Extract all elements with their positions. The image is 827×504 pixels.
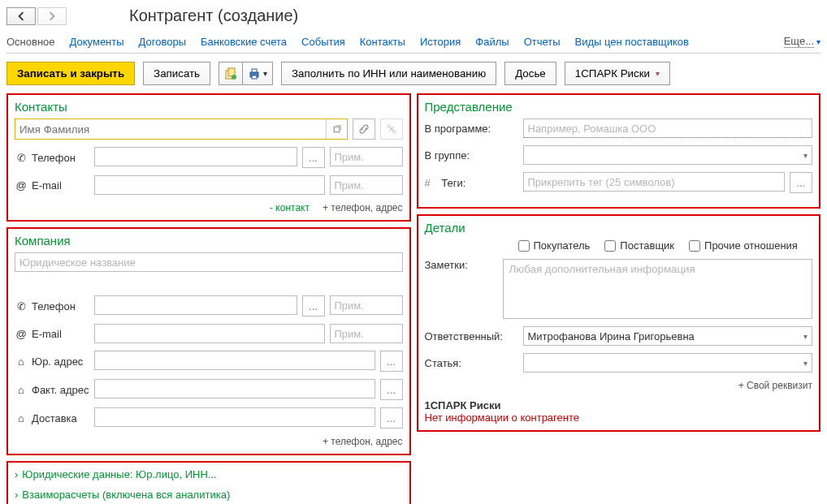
buyer-checkbox[interactable]: Покупатель bbox=[518, 239, 591, 252]
other-checkbox[interactable]: Прочие отношения bbox=[689, 239, 798, 252]
settlements-expander[interactable]: ›Взаиморасчеты (включена вся аналитика) bbox=[11, 485, 406, 504]
nav-back-button[interactable] bbox=[6, 7, 36, 25]
details-panel: Детали Покупатель Поставщик Прочие отнош… bbox=[417, 214, 821, 432]
add-phone-addr-link[interactable]: + телефон, адрес bbox=[323, 202, 403, 213]
tags-input[interactable] bbox=[523, 172, 786, 192]
company-panel: Компания ✆Телефон ... @E-mail bbox=[6, 227, 411, 455]
page-title: Контрагент (создание) bbox=[129, 6, 298, 25]
legal-addr-input[interactable] bbox=[94, 351, 375, 370]
remove-contact-link[interactable]: - контакт bbox=[270, 202, 310, 213]
svg-rect-5 bbox=[252, 75, 257, 79]
supplier-checkbox[interactable]: Поставщик bbox=[604, 239, 674, 252]
svg-point-7 bbox=[387, 125, 390, 128]
tab-reports[interactable]: Отчеты bbox=[524, 36, 561, 48]
in-group-select[interactable]: ▾ bbox=[523, 145, 813, 165]
tab-more[interactable]: Еще...▾ bbox=[784, 35, 821, 48]
company-phone-note[interactable] bbox=[330, 295, 403, 315]
toolbar: Записать и закрыть Записать ▾ Заполнить … bbox=[6, 62, 821, 85]
tags-more[interactable]: ... bbox=[790, 172, 812, 193]
spark-header: 1СПАРК Риски bbox=[425, 399, 813, 411]
chevron-right-icon: › bbox=[15, 468, 18, 480]
contact-email-input[interactable] bbox=[94, 175, 325, 195]
at-icon: @ bbox=[15, 179, 28, 192]
fact-addr-input[interactable] bbox=[94, 379, 375, 398]
contact-phone-more[interactable]: ... bbox=[302, 147, 325, 168]
svg-point-2 bbox=[232, 75, 236, 80]
save-button[interactable]: Записать bbox=[143, 62, 210, 85]
unlink-icon[interactable] bbox=[380, 118, 403, 140]
phone-icon: ✆ bbox=[15, 152, 28, 164]
chevron-right-icon: › bbox=[15, 489, 18, 501]
at-icon: @ bbox=[15, 328, 28, 340]
dossier-button[interactable]: Досье bbox=[504, 62, 556, 85]
company-email-note[interactable] bbox=[330, 324, 403, 343]
tab-main[interactable]: Основное bbox=[6, 36, 55, 48]
link-icon[interactable] bbox=[353, 118, 375, 140]
article-select[interactable]: ▾ bbox=[523, 353, 813, 373]
company-email-input[interactable] bbox=[94, 324, 325, 343]
home-icon: ⌂ bbox=[15, 384, 28, 396]
save-close-button[interactable]: Записать и закрыть bbox=[6, 62, 135, 85]
tab-contacts[interactable]: Контакты bbox=[360, 36, 405, 48]
copy-icon-button[interactable] bbox=[219, 62, 242, 85]
spark-no-info: Нет информации о контрагенте bbox=[425, 411, 813, 424]
company-phone-more[interactable]: ... bbox=[302, 295, 325, 317]
tabbar: Основное Документы Договоры Банковские с… bbox=[6, 35, 821, 54]
in-program-input[interactable] bbox=[523, 118, 813, 138]
view-panel: Представление В программе: В группе: ▾ #… bbox=[417, 93, 821, 209]
fill-by-inn-button[interactable]: Заполнить по ИНН или наименованию bbox=[281, 62, 496, 85]
responsible-select[interactable]: Митрофанова Ирина Григорьевна▾ bbox=[523, 326, 813, 346]
contacts-panel: Контакты ✆Телефон ... @E-mail bbox=[6, 93, 411, 222]
tab-pricetypes[interactable]: Виды цен поставщиков bbox=[575, 36, 689, 48]
contact-name-field[interactable] bbox=[15, 118, 348, 140]
svg-rect-4 bbox=[252, 69, 257, 72]
delivery-more[interactable]: ... bbox=[380, 407, 403, 429]
expanders-panel: ›Юридические данные: Юр.лицо, ИНН... ›Вз… bbox=[6, 461, 411, 504]
tab-files[interactable]: Файлы bbox=[475, 36, 509, 48]
delivery-input[interactable] bbox=[94, 407, 375, 427]
fact-addr-more[interactable]: ... bbox=[380, 379, 403, 400]
tab-events[interactable]: События bbox=[301, 36, 345, 48]
spark-risks-button[interactable]: 1СПАРК Риски bbox=[565, 62, 670, 85]
custom-attr-link[interactable]: + Свой реквизит bbox=[425, 380, 813, 391]
svg-point-8 bbox=[392, 131, 396, 134]
tab-bank[interactable]: Банковские счета bbox=[201, 36, 287, 48]
contact-phone-input[interactable] bbox=[94, 147, 297, 166]
legal-data-expander[interactable]: ›Юридические данные: Юр.лицо, ИНН... bbox=[11, 464, 406, 485]
phone-icon: ✆ bbox=[15, 300, 28, 312]
company-phone-input[interactable] bbox=[94, 295, 297, 315]
tab-docs[interactable]: Документы bbox=[70, 36, 124, 48]
nav-forward-button[interactable] bbox=[37, 7, 67, 25]
tab-history[interactable]: История bbox=[420, 36, 461, 48]
contacts-title: Контакты bbox=[15, 100, 403, 114]
notes-textarea[interactable] bbox=[503, 259, 812, 319]
tab-contracts[interactable]: Договоры bbox=[139, 36, 186, 48]
company-title: Компания bbox=[15, 234, 403, 248]
svg-rect-6 bbox=[334, 127, 340, 132]
contact-email-note[interactable] bbox=[330, 175, 403, 195]
details-title: Детали bbox=[425, 221, 813, 235]
print-icon-button[interactable]: ▾ bbox=[242, 62, 273, 85]
legal-addr-more[interactable]: ... bbox=[380, 351, 403, 372]
company-name-input[interactable] bbox=[15, 252, 403, 272]
company-add-phone-addr[interactable]: + телефон, адрес bbox=[323, 436, 403, 447]
contact-name-input[interactable] bbox=[15, 119, 326, 139]
contact-phone-note[interactable] bbox=[330, 147, 403, 166]
home-icon: ⌂ bbox=[15, 412, 28, 424]
home-icon: ⌂ bbox=[15, 355, 28, 368]
open-contact-icon[interactable] bbox=[326, 119, 347, 139]
view-title: Представление bbox=[425, 100, 813, 114]
